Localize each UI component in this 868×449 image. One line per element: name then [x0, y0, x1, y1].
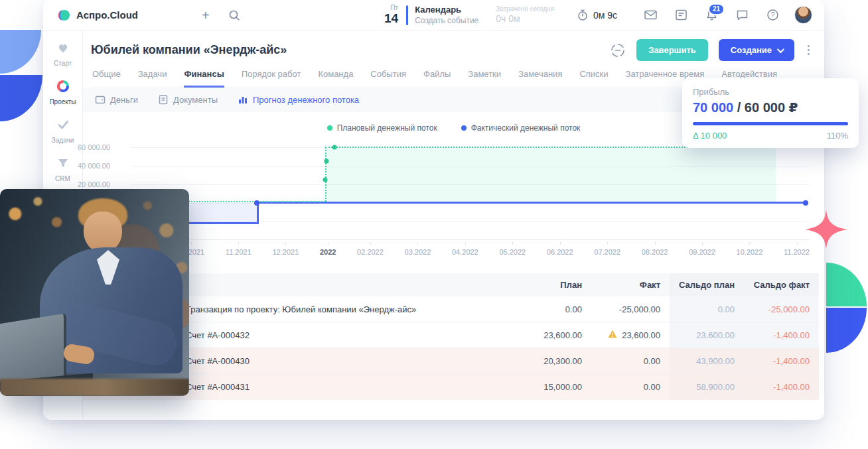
calendar-block[interactable]: Календарь Создать событие: [415, 5, 478, 25]
legend-dot-fact: [461, 125, 467, 131]
col-header-fact[interactable]: Факт: [591, 280, 670, 290]
profit-divider: /: [733, 100, 745, 115]
sidebar-item-crm[interactable]: CRM: [43, 157, 82, 182]
cell-saldo-plan: 0.00: [670, 296, 744, 322]
tab[interactable]: Файлы: [423, 69, 451, 88]
tab[interactable]: Заметки: [468, 69, 501, 88]
tab[interactable]: Финансы: [184, 69, 224, 88]
more-options-icon[interactable]: [805, 42, 812, 58]
x-tick: 12.2021: [273, 248, 299, 256]
x-tick: 09.2022: [689, 248, 715, 256]
add-icon[interactable]: +: [202, 9, 210, 22]
subtab-documents[interactable]: Документы: [158, 94, 218, 105]
fact-line-high: [257, 202, 805, 204]
tab[interactable]: Задачи: [138, 69, 167, 88]
notes-icon[interactable]: [674, 8, 688, 22]
chat-icon[interactable]: [735, 8, 749, 22]
create-button[interactable]: Создание: [719, 39, 794, 61]
svg-text:?: ?: [771, 11, 775, 19]
plan-line-step: [325, 147, 326, 202]
y-tick: 40 000.00: [78, 162, 124, 170]
x-tick: 02.2022: [357, 248, 384, 256]
heart-icon: [56, 41, 70, 54]
bar-chart-icon: [238, 94, 248, 105]
time-spent-value: 0ч 0м: [496, 14, 554, 24]
legend-label-plan: Плановый денежный поток: [337, 123, 437, 133]
notification-badge: 21: [708, 3, 725, 15]
tab[interactable]: Порядок работ: [242, 69, 301, 88]
date-block[interactable]: Пт 14: [384, 5, 398, 25]
mail-icon[interactable]: [644, 8, 658, 22]
profit-percent: 110%: [827, 131, 848, 141]
col-header-saldo-plan[interactable]: Сальдо план: [670, 273, 744, 296]
check-icon: [56, 118, 70, 131]
cell-saldo-fact: -1,400.00: [744, 322, 819, 348]
sidebar-item-projects[interactable]: Проекты: [43, 80, 82, 105]
sidebar-item-start[interactable]: Старт: [43, 41, 82, 67]
cell-saldo-plan: 43,900.00: [670, 348, 744, 373]
table-row[interactable]: Счет #А-000430 20,300.00 0.00 43,900.00 …: [83, 348, 819, 374]
transactions-table: План Факт Сальдо план Сальдо факт Транза…: [83, 273, 819, 400]
tab[interactable]: Замечания: [518, 69, 562, 88]
chart-plot-area: 60 000.00 40 000.00 20 000.00: [131, 143, 810, 243]
deco-circle-light-blue: [0, 30, 41, 74]
search-icon[interactable]: [228, 9, 240, 21]
profit-label: Прибыль: [693, 87, 848, 97]
table-header-row: План Факт Сальдо план Сальдо факт: [83, 273, 819, 296]
x-tick: 06.2022: [547, 248, 573, 256]
tab[interactable]: События: [370, 69, 406, 88]
fact-point-end[interactable]: [803, 200, 808, 206]
profit-progress-bar: [693, 122, 848, 125]
document-icon: [158, 94, 169, 105]
sidebar-item-label: CRM: [43, 175, 82, 182]
user-avatar[interactable]: [794, 6, 812, 24]
sidebar-item-tasks[interactable]: Задачи: [43, 118, 82, 144]
legend-dot-plan: [327, 125, 332, 131]
day-number: 14: [384, 12, 398, 25]
tab[interactable]: Списки: [579, 69, 608, 88]
copy-link-icon[interactable]: [610, 42, 626, 58]
cell-plan: 0.00: [518, 304, 591, 314]
timer-block[interactable]: 0м 9с: [577, 9, 617, 21]
table-row[interactable]: Счет #А-000432 23,600.00 23,600.00 23,60…: [83, 322, 819, 348]
bell-icon[interactable]: 21: [705, 8, 719, 22]
table-row[interactable]: Счет #А-000431 15,000.00 0.00 58,900.00 …: [83, 374, 819, 400]
create-event-link[interactable]: Создать событие: [415, 16, 478, 25]
table-row[interactable]: Транзакция по проекту: Юбилей компании «…: [83, 296, 819, 322]
plan-point-58900[interactable]: [332, 145, 336, 150]
subtab-money[interactable]: Деньги: [95, 94, 138, 105]
legend-label-fact: Фактический денежный поток: [471, 123, 581, 133]
warning-icon: [608, 330, 617, 338]
plan-point-23600[interactable]: [323, 178, 327, 182]
chevron-down-icon: [777, 45, 784, 52]
sidebar-item-label: Проекты: [43, 98, 82, 105]
fact-line-step: [257, 203, 259, 224]
brand-name: Аспро.Cloud: [76, 9, 138, 21]
plan-point-43900[interactable]: [324, 159, 328, 164]
cell-saldo-fact: -1,400.00: [744, 374, 819, 399]
x-tick: 05.2022: [499, 248, 526, 256]
photo-man-at-laptop: [0, 189, 189, 396]
col-header-saldo-fact[interactable]: Сальдо факт: [744, 273, 819, 296]
subtab-cashflow-forecast[interactable]: Прогноз денежного потока: [238, 94, 359, 105]
aspro-logo-icon: [56, 8, 71, 23]
x-axis-line: [131, 239, 810, 240]
cell-saldo-fact: -25,000.00: [744, 296, 819, 322]
tab[interactable]: Общие: [92, 69, 121, 88]
fact-point-step[interactable]: [254, 200, 259, 206]
time-spent-label: Затрачено сегодня: [496, 5, 554, 13]
sidebar-item-label: Задачи: [43, 137, 82, 144]
tab[interactable]: Команда: [318, 69, 353, 88]
funnel-icon: [56, 157, 70, 170]
col-header-plan[interactable]: План: [518, 280, 591, 290]
subtab-label: Документы: [173, 95, 218, 105]
finish-button[interactable]: Завершить: [636, 39, 708, 61]
x-tick: 04.2022: [452, 248, 478, 256]
topbar-icons: 21 ?: [644, 8, 780, 22]
help-icon[interactable]: ?: [766, 8, 780, 22]
profit-actual: 70 000: [693, 100, 733, 115]
calendar-divider: [406, 5, 408, 25]
deco-circle-dark-blue: [0, 75, 42, 121]
time-spent-block: Затрачено сегодня 0ч 0м: [496, 5, 554, 24]
x-tick: 10.2022: [737, 248, 763, 256]
